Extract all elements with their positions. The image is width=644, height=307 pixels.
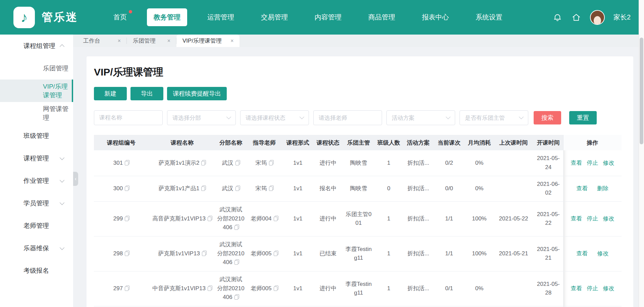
copy-icon[interactable] [274, 216, 278, 221]
tab-workbench[interactable]: 工作台× [77, 35, 127, 47]
sidebar-item-course-group[interactable]: 课程组管理 [0, 35, 73, 57]
copy-icon[interactable] [125, 286, 129, 291]
cell-status: 进行中 [313, 201, 343, 236]
tab-band[interactable]: 乐团管理× [127, 35, 176, 47]
teacher-select[interactable]: 请选择老师 [313, 110, 382, 125]
copy-icon[interactable] [269, 186, 273, 191]
chevron-down-icon [446, 114, 450, 119]
edit-link[interactable]: 修改 [603, 285, 614, 292]
home-icon[interactable] [571, 12, 581, 22]
search-button[interactable]: 搜索 [534, 111, 561, 124]
cell-text: 298 [113, 250, 129, 257]
brand-name: 管乐迷 [42, 10, 78, 25]
copy-icon[interactable] [208, 286, 212, 291]
cell-text: 300 [113, 185, 129, 192]
branch-select[interactable]: 请选择分部 [167, 110, 236, 125]
copy-icon[interactable] [235, 160, 240, 165]
view-link[interactable]: 查看 [571, 285, 582, 292]
sidebar-item-teachers[interactable]: 老师管理 [0, 214, 73, 237]
nav-item-home[interactable]: 首页 [107, 8, 133, 26]
has-supervisor-select[interactable]: 是否有乐团主管 [460, 110, 528, 125]
placeholder-text: 活动方案 [392, 114, 415, 122]
copy-icon[interactable] [202, 251, 206, 256]
close-icon[interactable]: × [118, 38, 121, 44]
brand-logo[interactable]: ♪ [13, 7, 35, 28]
view-link[interactable]: 查看 [571, 215, 582, 222]
stop-link[interactable]: 停止 [587, 160, 598, 166]
table-row: 299高音萨克斯1v1VIP13武汉测试分部20210406老师0041v1进行… [94, 201, 622, 236]
stop-link[interactable]: 停止 [587, 215, 598, 222]
sidebar-item-band[interactable]: 乐团管理 [0, 57, 73, 80]
nav-item-education[interactable]: 教务管理 [147, 8, 187, 26]
delete-link[interactable]: 删除 [597, 185, 608, 192]
nav-item-trade[interactable]: 交易管理 [254, 8, 294, 26]
copy-icon[interactable] [208, 216, 212, 221]
copy-icon[interactable] [269, 160, 273, 165]
view-link[interactable]: 查看 [576, 185, 588, 192]
cell-form: 1v1 [283, 201, 313, 236]
edit-link[interactable]: 修改 [597, 250, 608, 257]
tab-label: 工作台 [83, 37, 100, 45]
stop-link[interactable]: 停止 [587, 285, 598, 292]
cell-status: 报名中 [313, 176, 343, 201]
copy-icon[interactable] [234, 294, 239, 299]
edit-link[interactable]: 修改 [603, 215, 614, 222]
edit-link[interactable]: 修改 [603, 160, 614, 166]
sidebar: 课程组管理乐团管理VIP/乐理课管理网管课管理班级管理课程管理作业管理学员管理老… [0, 35, 73, 307]
page-scrollbar[interactable] [639, 0, 644, 307]
sidebar-item-instrument[interactable]: 乐器维保 [0, 237, 73, 259]
bell-icon[interactable] [552, 12, 562, 22]
nav-item-reports[interactable]: 报表中心 [415, 8, 455, 26]
copy-icon[interactable] [201, 186, 206, 191]
sidebar-item-exam[interactable]: 考级报名 [0, 259, 73, 282]
page-scrollbar-thumb[interactable] [640, 38, 643, 144]
copy-icon[interactable] [234, 259, 239, 264]
table-body: 301萨克斯1v1演示2武汉宋筠1v1进行中陶映雪1折扣活...0/20%202… [94, 150, 622, 307]
tab-vip[interactable]: VIP/乐理课管理× [176, 35, 239, 47]
close-icon[interactable]: × [230, 38, 233, 44]
copy-icon[interactable] [234, 224, 239, 229]
cell-status: 进行中 [313, 150, 343, 176]
activity-plan-select[interactable]: 活动方案 [386, 110, 455, 125]
cell-text: 1/1 [445, 215, 453, 222]
course-name-input[interactable] [94, 110, 163, 125]
create-button[interactable]: 新建 [94, 87, 127, 100]
cell-text: 0/2 [445, 160, 453, 166]
view-link[interactable]: 查看 [571, 160, 582, 166]
copy-icon[interactable] [125, 251, 129, 256]
nav-item-content[interactable]: 内容管理 [308, 8, 348, 26]
export-button[interactable]: 导出 [130, 87, 163, 100]
nav-item-operations[interactable]: 运营管理 [201, 8, 241, 26]
copy-icon[interactable] [125, 160, 129, 165]
copy-icon[interactable] [274, 251, 278, 256]
sidebar-item-students[interactable]: 学员管理 [0, 192, 73, 214]
close-icon[interactable]: × [167, 38, 170, 44]
copy-icon[interactable] [274, 286, 278, 291]
copy-icon[interactable] [125, 186, 129, 191]
branch-name: 武汉测试分部20210406 [217, 275, 245, 302]
cell-text: 宋筠 [256, 185, 273, 192]
sidebar-collapse-handle[interactable]: ‹ [73, 172, 78, 186]
nav-item-label: 教务管理 [154, 13, 180, 21]
sidebar-item-online-lessons[interactable]: 网管课管理 [0, 102, 73, 124]
view-link[interactable]: 查看 [576, 250, 588, 257]
copy-icon[interactable] [201, 160, 206, 165]
copy-icon[interactable] [125, 216, 129, 221]
copy-icon[interactable] [235, 186, 240, 191]
course-name: 中音萨克斯1v1VIP13 [152, 285, 212, 292]
avatar[interactable] [590, 10, 605, 25]
nav-item-settings[interactable]: 系统设置 [469, 8, 509, 26]
cell-last [493, 150, 534, 176]
course-status-select[interactable]: 请选择课程状态 [240, 110, 309, 125]
sidebar-item-class[interactable]: 班级管理 [0, 124, 73, 147]
sidebar-item-course[interactable]: 课程管理 [0, 147, 73, 169]
renew-export-button[interactable]: 课程续费提醒导出 [167, 87, 227, 100]
nav-item-goods[interactable]: 商品管理 [362, 8, 402, 26]
sidebar-item-homework[interactable]: 作业管理 [0, 169, 73, 192]
supervisor-name: 李霞Testing11 [344, 280, 373, 298]
course-name: 高音萨克斯1v1VIP13 [152, 215, 212, 222]
cell-text: 297 [113, 285, 129, 292]
sidebar-item-vip-lessons[interactable]: VIP/乐理课管理 [0, 80, 73, 102]
column-header-branch: 分部名称 [216, 135, 246, 150]
reset-button[interactable]: 重置 [569, 111, 597, 124]
